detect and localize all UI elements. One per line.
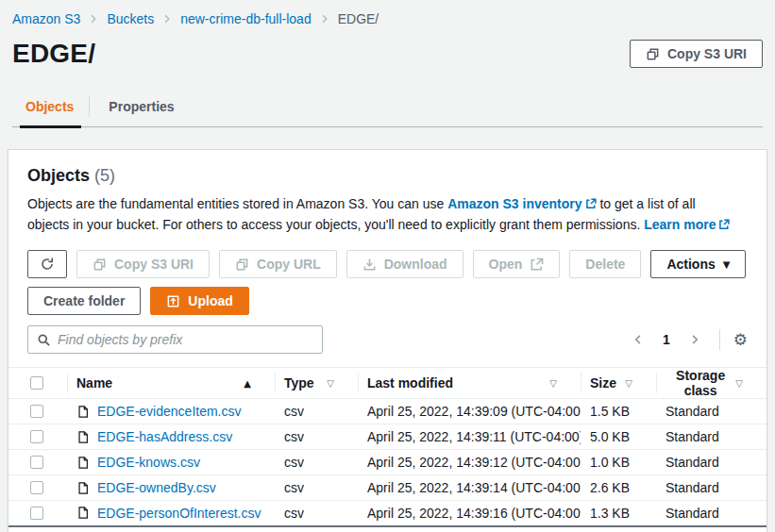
row-checkbox[interactable] <box>30 456 43 469</box>
objects-table: Name ▲ Type ▽ Last modified ▽ Size ▽ Sto… <box>8 367 767 527</box>
select-all-checkbox[interactable] <box>30 376 43 390</box>
objects-panel: Objects (5) Objects are the fundamental … <box>8 149 767 532</box>
upload-button[interactable]: Upload <box>150 287 248 315</box>
objects-panel-heading: Objects (5) <box>8 150 767 186</box>
create-folder-button[interactable]: Create folder <box>27 287 141 315</box>
delete-button[interactable]: Delete <box>569 250 641 278</box>
object-name-link[interactable]: EDGE-evidenceItem.csv <box>97 404 242 419</box>
next-page-button[interactable] <box>683 329 706 350</box>
object-last-modified: April 25, 2022, 14:39:09 (UTC-04:00) <box>358 399 581 424</box>
row-checkbox[interactable] <box>30 481 43 494</box>
object-storage-class: Standard <box>656 501 767 526</box>
file-icon <box>76 481 90 495</box>
external-link-icon <box>718 216 730 236</box>
object-size: 1.5 KB <box>581 399 656 424</box>
object-size: 5.0 KB <box>581 424 656 450</box>
object-name-link[interactable]: EDGE-knows.csv <box>97 455 200 470</box>
file-icon <box>76 456 90 470</box>
upload-icon <box>166 294 180 308</box>
type-column-label: Type <box>284 375 314 391</box>
object-last-modified: April 25, 2022, 14:39:12 (UTC-04:00) <box>358 450 581 475</box>
delete-label: Delete <box>585 257 625 272</box>
object-type: csv <box>275 424 358 450</box>
object-size: 1.3 KB <box>581 501 656 526</box>
breadcrumb-separator-icon <box>162 14 172 24</box>
row-checkbox[interactable] <box>30 405 43 418</box>
object-last-modified: April 25, 2022, 14:39:16 (UTC-04:00) <box>358 501 581 526</box>
search-box <box>27 325 323 354</box>
column-header-storage-class[interactable]: Storage class ▽ <box>656 368 767 398</box>
chevron-right-icon <box>689 333 700 346</box>
copy-s3-uri-label: Copy S3 URI <box>667 46 747 61</box>
actions-label: Actions <box>666 257 715 272</box>
object-storage-class: Standard <box>656 475 767 501</box>
object-size: 2.6 KB <box>581 475 656 501</box>
breadcrumb: Amazon S3 Buckets new-crime-db-full-load… <box>12 11 763 26</box>
objects-toolbar-row-2: Create folder Upload <box>8 287 767 315</box>
copy-s3-uri-button[interactable]: Copy S3 URI <box>76 250 210 278</box>
object-storage-class: Standard <box>656 424 767 450</box>
tab-bar: Objects Properties <box>12 89 763 127</box>
pagination: 1 ⚙ <box>627 329 748 350</box>
name-column-label: Name <box>76 375 112 391</box>
tab-objects[interactable]: Objects <box>20 89 89 126</box>
sort-icon: ▽ <box>735 378 743 389</box>
download-button[interactable]: Download <box>346 250 463 278</box>
actions-menu-button[interactable]: Actions ▼ <box>650 250 746 278</box>
file-icon <box>76 405 90 419</box>
object-name-link[interactable]: EDGE-personOfInterest.csv <box>97 506 261 521</box>
row-checkbox[interactable] <box>30 507 43 520</box>
object-name-link[interactable]: EDGE-hasAddress.csv <box>97 429 232 444</box>
objects-toolbar: Copy S3 URI Copy URL Download Open Delet… <box>8 250 767 278</box>
breadcrumb-link-buckets[interactable]: Buckets <box>107 11 154 26</box>
column-header-size[interactable]: Size ▽ <box>581 375 656 391</box>
object-last-modified: April 25, 2022, 14:39:11 (UTC-04:00) <box>358 424 581 450</box>
open-label: Open <box>489 257 523 272</box>
tab-properties[interactable]: Properties <box>103 89 189 126</box>
object-type: csv <box>275 450 358 475</box>
page-number-button[interactable]: 1 <box>655 330 678 349</box>
breadcrumb-link-amazon-s3[interactable]: Amazon S3 <box>12 11 80 26</box>
object-type: csv <box>275 501 358 526</box>
breadcrumb-current: EDGE/ <box>338 11 379 26</box>
chevron-down-icon: ▼ <box>723 259 731 270</box>
last-modified-column-label: Last modified <box>367 375 453 391</box>
external-link-icon <box>530 258 544 272</box>
table-row: EDGE-hasAddress.csv csv April 25, 2022, … <box>8 424 767 450</box>
previous-page-button[interactable] <box>627 329 649 350</box>
table-row: EDGE-knows.csv csv April 25, 2022, 14:39… <box>8 450 767 475</box>
table-row: EDGE-ownedBy.csv csv April 25, 2022, 14:… <box>8 475 767 501</box>
column-header-last-modified[interactable]: Last modified ▽ <box>358 375 581 391</box>
find-objects-input[interactable] <box>58 332 313 347</box>
copy-s3-uri-header-button[interactable]: Copy S3 URI <box>630 40 763 68</box>
table-row: EDGE-personOfInterest.csv csv April 25, … <box>8 501 767 526</box>
breadcrumb-link-bucket[interactable]: new-crime-db-full-load <box>180 11 312 26</box>
external-link-icon <box>585 195 597 215</box>
filter-row: 1 ⚙ <box>8 325 767 354</box>
row-checkbox[interactable] <box>30 430 43 443</box>
open-button[interactable]: Open <box>473 250 561 278</box>
copy-icon <box>93 258 107 272</box>
objects-description: Objects are the fundamental entities sto… <box>8 194 754 236</box>
column-header-type[interactable]: Type ▽ <box>275 375 358 391</box>
copy-url-button[interactable]: Copy URL <box>219 250 337 278</box>
breadcrumb-separator-icon <box>89 14 98 24</box>
table-row: EDGE-evidenceItem.csv csv April 25, 2022… <box>8 399 767 424</box>
sort-icon: ▽ <box>327 378 334 389</box>
copy-s3-uri-label: Copy S3 URI <box>114 257 194 272</box>
search-icon <box>37 333 51 347</box>
amazon-s3-inventory-link[interactable]: Amazon S3 inventory <box>447 196 581 211</box>
storage-class-column-label: Storage class <box>665 368 735 398</box>
sort-icon: ▽ <box>625 378 632 389</box>
column-header-name[interactable]: Name ▲ <box>67 375 275 391</box>
pagination-divider <box>719 329 720 350</box>
copy-url-label: Copy URL <box>257 257 321 272</box>
objects-heading-label: Objects <box>27 166 90 185</box>
page-header: Amazon S3 Buckets new-crime-db-full-load… <box>0 0 775 127</box>
create-folder-label: Create folder <box>43 293 125 308</box>
object-name-link[interactable]: EDGE-ownedBy.csv <box>97 480 216 495</box>
learn-more-link[interactable]: Learn more <box>644 217 716 232</box>
preferences-gear-button[interactable]: ⚙ <box>733 332 748 348</box>
table-header-row: Name ▲ Type ▽ Last modified ▽ Size ▽ Sto… <box>8 368 767 399</box>
refresh-button[interactable] <box>27 250 67 278</box>
